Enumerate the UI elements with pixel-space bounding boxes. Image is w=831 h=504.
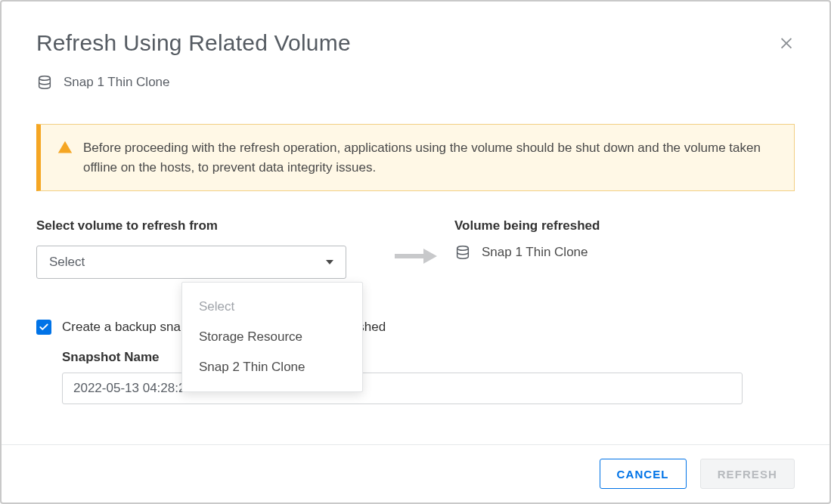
snapshot-name-input[interactable] xyxy=(62,373,743,404)
warning-banner: Before proceeding with the refresh opera… xyxy=(36,124,795,191)
refreshed-column: Volume being refreshed Snap 1 Thin Clone xyxy=(454,218,795,261)
select-volume-dropdown[interactable]: Select xyxy=(36,246,346,279)
source-volume-row: Snap 1 Thin Clone xyxy=(36,74,795,91)
snapshot-name-block: Snapshot Name xyxy=(62,350,795,404)
refresh-related-volume-modal: Refresh Using Related Volume Snap 1 Thin… xyxy=(0,0,831,504)
refreshed-label: Volume being refreshed xyxy=(454,218,795,233)
source-volume-name: Snap 1 Thin Clone xyxy=(64,75,170,90)
svg-point-2 xyxy=(457,246,469,251)
volume-icon xyxy=(454,244,471,261)
arrow-right-icon xyxy=(395,247,439,268)
svg-rect-1 xyxy=(395,254,423,258)
dropdown-option-placeholder: Select xyxy=(182,292,362,322)
select-volume-dropdown-menu: Select Storage Resource Snap 2 Thin Clon… xyxy=(181,282,363,392)
backup-snapshot-checkbox[interactable] xyxy=(36,320,51,335)
refresh-button[interactable]: REFRESH xyxy=(700,459,795,489)
dropdown-option-snap2[interactable]: Snap 2 Thin Clone xyxy=(182,352,362,382)
select-volume-label: Select volume to refresh from xyxy=(36,218,379,233)
dropdown-option-storage-resource[interactable]: Storage Resource xyxy=(182,322,362,352)
warning-icon xyxy=(57,140,73,177)
selection-row: Select volume to refresh from Select Sel… xyxy=(36,218,795,279)
modal-footer: CANCEL REFRESH xyxy=(2,444,829,502)
modal-body: Refresh Using Related Volume Snap 1 Thin… xyxy=(2,2,829,444)
modal-title: Refresh Using Related Volume xyxy=(36,30,351,56)
select-volume-value: Select xyxy=(49,255,85,270)
check-icon xyxy=(39,322,49,332)
snapshot-name-label: Snapshot Name xyxy=(62,350,795,365)
cancel-button[interactable]: CANCEL xyxy=(600,459,687,489)
select-column: Select volume to refresh from Select Sel… xyxy=(36,218,379,279)
title-row: Refresh Using Related Volume xyxy=(36,30,795,56)
refreshed-volume-row: Snap 1 Thin Clone xyxy=(454,244,795,261)
close-button[interactable] xyxy=(778,33,795,54)
arrow-column xyxy=(379,218,454,268)
chevron-down-icon xyxy=(326,260,333,264)
svg-point-0 xyxy=(39,76,51,81)
select-volume-wrap: Select Select Storage Resource Snap 2 Th… xyxy=(36,246,379,279)
volume-icon xyxy=(36,74,53,91)
refreshed-volume-name: Snap 1 Thin Clone xyxy=(482,245,588,260)
warning-text: Before proceeding with the refresh opera… xyxy=(83,138,777,177)
backup-snapshot-row: Create a backup snapshot of the volume b… xyxy=(36,320,795,335)
close-icon xyxy=(778,34,795,51)
